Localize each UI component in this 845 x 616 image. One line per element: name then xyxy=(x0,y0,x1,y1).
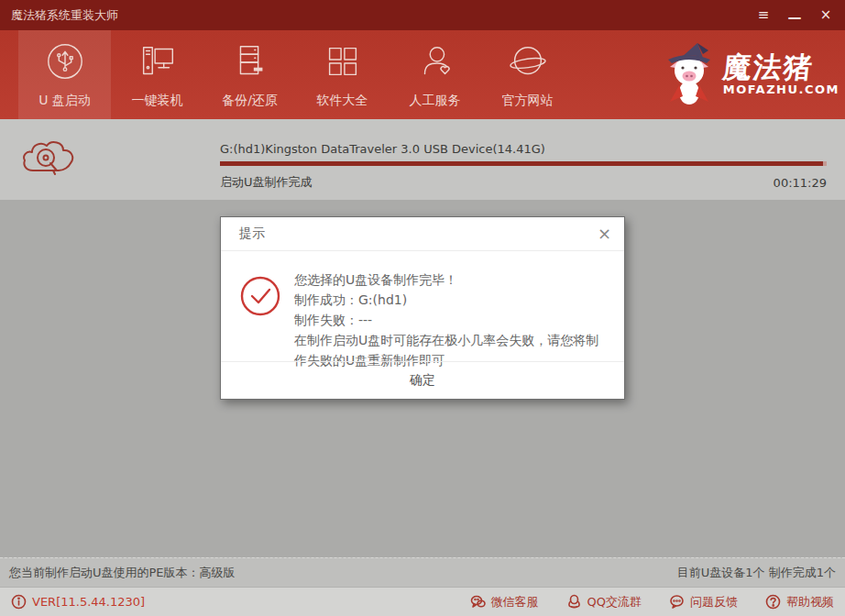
info-icon xyxy=(11,594,27,610)
qq-icon xyxy=(566,594,582,610)
window-controls: ≡ — × xyxy=(755,8,834,22)
computer-icon xyxy=(137,40,179,86)
globe-icon xyxy=(507,40,549,86)
titlebar: 魔法猪系统重装大师 ≡ — × xyxy=(0,0,845,30)
dialog-line: 制作成功：G:(hd1) xyxy=(294,290,606,310)
menu-icon[interactable]: ≡ xyxy=(755,8,772,22)
brand-logo: 魔法猪 MOFAZHU.COM xyxy=(661,38,840,111)
nav-item-usb-boot[interactable]: U 盘启动 xyxy=(18,30,111,119)
footer-link-label: QQ交流群 xyxy=(587,594,642,610)
progress-fill xyxy=(220,161,823,166)
brand-domain: MOFAZHU.COM xyxy=(723,82,840,96)
version-info: VER[11.5.44.1230] xyxy=(11,594,145,610)
minimize-button[interactable]: — xyxy=(786,11,803,25)
device-label: G:(hd1)Kingston DataTraveler 3.0 USB Dev… xyxy=(220,142,545,156)
footer-link-label: 帮助视频 xyxy=(786,594,834,610)
footer-bar: VER[11.5.44.1230] 微信客服 QQ交流群 问题反馈 帮助视频 xyxy=(0,587,845,616)
tip-dialog: 提示 × 您选择的U盘设备制作完毕！ 制作成功：G:(hd1) 制作失败：---… xyxy=(220,216,625,400)
brand-name: 魔法猪 xyxy=(721,52,841,82)
elapsed-time: 00:11:29 xyxy=(774,176,827,190)
progress-bar xyxy=(220,161,827,166)
qq-group-link[interactable]: QQ交流群 xyxy=(566,594,642,610)
nav-item-one-key-install[interactable]: 一键装机 xyxy=(111,30,203,119)
usb-icon xyxy=(44,40,86,86)
device-count-status: 目前U盘设备1个 制作完成1个 xyxy=(677,565,836,581)
feedback-link[interactable]: 问题反馈 xyxy=(669,594,738,610)
nav-item-website[interactable]: 官方网站 xyxy=(481,30,574,119)
progress-status: 启动U盘制作完成 xyxy=(220,174,313,191)
status-bar: 您当前制作启动U盘使用的PE版本：高级版 目前U盘设备1个 制作完成1个 xyxy=(0,557,845,587)
footer-links: 微信客服 QQ交流群 问题反馈 帮助视频 xyxy=(470,594,834,610)
nav-bar: U 盘启动 一键装机 备份/还原 软件大全 人工服务 xyxy=(0,30,845,119)
footer-link-label: 问题反馈 xyxy=(690,594,738,610)
ok-button[interactable]: 确定 xyxy=(379,368,466,393)
help-video-link[interactable]: 帮助视频 xyxy=(765,594,834,610)
pig-mascot-icon xyxy=(661,38,718,111)
content-area: 提示 × 您选择的U盘设备制作完毕！ 制作成功：G:(hd1) 制作失败：---… xyxy=(0,200,845,557)
nav-item-software[interactable]: 软件大全 xyxy=(296,30,389,119)
person-icon xyxy=(414,40,456,86)
footer-link-label: 微信客服 xyxy=(491,594,539,610)
success-check-icon xyxy=(239,275,281,370)
progress-section: G:(hd1)Kingston DataTraveler 3.0 USB Dev… xyxy=(0,119,845,200)
version-text: VER[11.5.44.1230] xyxy=(32,595,145,609)
grid-icon xyxy=(322,40,364,86)
nav-item-label: 官方网站 xyxy=(502,93,554,109)
dialog-header: 提示 × xyxy=(221,217,624,251)
dialog-body: 您选择的U盘设备制作完毕！ 制作成功：G:(hd1) 制作失败：--- 在制作启… xyxy=(221,251,624,370)
nav-item-label: 备份/还原 xyxy=(222,93,278,109)
dialog-title: 提示 xyxy=(239,226,265,242)
nav-item-backup-restore[interactable]: 备份/还原 xyxy=(203,30,296,119)
dialog-line: 您选择的U盘设备制作完毕！ xyxy=(294,270,606,290)
nav-item-label: 人工服务 xyxy=(410,93,461,109)
pe-version-status: 您当前制作启动U盘使用的PE版本：高级版 xyxy=(9,565,236,581)
help-icon xyxy=(765,594,781,610)
nav-item-label: 软件大全 xyxy=(317,93,368,109)
feedback-icon xyxy=(669,594,685,610)
dialog-line: 制作失败：--- xyxy=(294,310,606,330)
wechat-icon xyxy=(470,594,486,610)
dialog-message: 您选择的U盘设备制作完毕！ 制作成功：G:(hd1) 制作失败：--- 在制作启… xyxy=(294,270,606,370)
close-button[interactable]: × xyxy=(818,8,834,22)
cloud-usb-icon xyxy=(20,134,77,185)
nav-item-support[interactable]: 人工服务 xyxy=(389,30,481,119)
wechat-service-link[interactable]: 微信客服 xyxy=(470,594,539,610)
dialog-footer: 确定 xyxy=(221,361,624,399)
nav-item-label: 一键装机 xyxy=(132,93,183,109)
dialog-close-icon[interactable]: × xyxy=(598,226,611,242)
app-window: 魔法猪系统重装大师 ≡ — × U 盘启动 一键装机 备份/还原 xyxy=(0,0,845,616)
nav-item-label: U 盘启动 xyxy=(38,93,91,109)
server-icon xyxy=(229,40,271,86)
app-title: 魔法猪系统重装大师 xyxy=(11,7,118,24)
